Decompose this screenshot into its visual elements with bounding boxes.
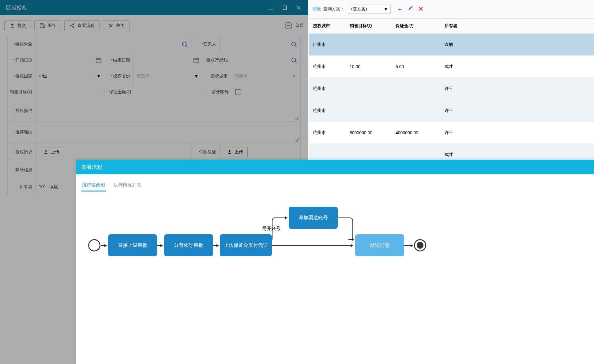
upload-voucher-button[interactable]: 上传 <box>223 147 248 157</box>
cell-owner: 袁朗 <box>441 42 594 47</box>
field-sales-target[interactable] <box>36 84 104 100</box>
save-button[interactable]: 保存 <box>34 20 61 31</box>
caret-down-icon: ▼ <box>194 74 198 79</box>
field-product-line[interactable] <box>231 52 300 68</box>
upload-agreement-button[interactable]: 上传 <box>39 147 64 157</box>
deposit-amount-input[interactable] <box>138 88 200 96</box>
label-payment-voucher: 付款凭证 <box>191 143 220 161</box>
query-plan-select[interactable]: (空方案) ▼ <box>348 5 391 14</box>
svg-point-4 <box>73 24 74 25</box>
end-date-input[interactable] <box>137 56 200 65</box>
svg-rect-1 <box>283 6 287 9</box>
submit-button[interactable]: 提交 <box>4 20 31 31</box>
desc-input[interactable] <box>39 106 297 115</box>
delete-icon[interactable]: ✕ <box>418 5 423 13</box>
calendar-icon[interactable] <box>95 57 102 64</box>
label-auth-target: *授权对象 <box>8 36 36 52</box>
field-need-account[interactable] <box>232 84 300 100</box>
workflow-canvas: 直接上级审批 分管领导审批 上传保证金支付凭证 需开账号 添加渠道账号 发送消息 <box>76 201 594 280</box>
caret-down-icon: ▼ <box>292 74 296 79</box>
modal-title: 区域授权 <box>6 4 268 11</box>
cell-city: 广州市 <box>309 42 346 47</box>
col-city: 授权城市 <box>309 23 346 29</box>
minimize-icon[interactable] <box>268 5 274 11</box>
workflow-tabs: 流程实例图 执行情况列表 <box>76 174 594 191</box>
node-upload-deposit[interactable]: 上传保证金支付凭证 <box>220 234 272 256</box>
table-row[interactable]: 杭州市 8000000.00 4000000.00 许三 <box>309 122 594 144</box>
field-city[interactable]: 请选择 ▼ <box>231 68 300 84</box>
path-icon <box>338 217 353 240</box>
cell-target: 10.00 <box>346 64 392 69</box>
upload-label: 上传 <box>51 149 59 155</box>
label-agreement: 授权协议 <box>8 143 36 161</box>
status-label: 普通 <box>295 23 304 28</box>
svg-rect-13 <box>96 58 101 63</box>
submit-label: 提交 <box>17 23 26 28</box>
plus-icon[interactable]: ＋ <box>397 5 403 13</box>
field-auth-target[interactable] <box>36 36 191 52</box>
auth-target-input[interactable] <box>39 40 188 49</box>
arrow-icon <box>272 245 353 246</box>
field-country[interactable]: 中国 ▼ <box>36 68 105 84</box>
save-label: 保存 <box>47 23 56 28</box>
field-desc[interactable] <box>36 100 300 121</box>
cell-owner: 许三 <box>441 130 594 136</box>
label-province: *授权省份 <box>105 68 133 84</box>
table-header: 授权城市 销售目标/万 保证金/万 所有者 <box>309 18 594 34</box>
caret-down-icon: ▼ <box>384 7 388 12</box>
modal-titlebar: 区域授权 <box>0 0 308 15</box>
need-account-checkbox[interactable] <box>235 89 241 95</box>
node-leader-approval[interactable]: 分管领导审批 <box>164 234 213 256</box>
owner-value: 101 - 袁朗 <box>39 184 58 190</box>
table-row[interactable]: 广州市 袁朗 <box>309 34 594 56</box>
maximize-icon[interactable] <box>282 5 288 11</box>
table-row[interactable]: 杭州市 许三 <box>309 100 594 122</box>
product-line-input[interactable] <box>234 56 297 65</box>
label-account-info: 账号信息 <box>8 161 36 179</box>
node-send-message[interactable]: 发送消息 <box>355 234 404 256</box>
resize-handle-icon[interactable] <box>294 115 299 120</box>
search-icon[interactable] <box>291 57 297 64</box>
search-icon[interactable] <box>181 41 188 48</box>
field-province[interactable]: 请选择 ▼ <box>133 68 203 84</box>
cell-city: 杭州市 <box>309 64 346 69</box>
save-icon <box>39 23 45 28</box>
table-row[interactable]: 杭州市 10.00 5.00 成才 <box>309 56 594 78</box>
search-icon[interactable] <box>291 41 297 48</box>
close-label: 关闭 <box>116 23 125 28</box>
field-recommend-reason[interactable] <box>36 121 300 143</box>
close-button[interactable]: 关闭 <box>103 20 130 31</box>
contact-input[interactable] <box>223 40 297 49</box>
field-contact[interactable] <box>220 36 300 52</box>
view-flow-button[interactable]: 查看流程 <box>64 20 100 31</box>
node-add-channel-account[interactable]: 添加渠道账号 <box>289 207 338 229</box>
field-start-date[interactable] <box>36 52 105 68</box>
svg-point-21 <box>292 58 296 62</box>
pencil-icon[interactable] <box>408 5 413 11</box>
advanced-link[interactable]: 高级 <box>312 6 321 12</box>
start-node-icon <box>88 239 100 251</box>
toolbar: 提交 保存 查看流程 关闭 普通 <box>0 15 308 36</box>
label-product-line: 授权产品线 <box>203 52 231 68</box>
cell-city: 杭州市 <box>309 86 346 91</box>
sales-target-input[interactable] <box>39 88 101 96</box>
field-deposit-amount[interactable] <box>135 84 204 100</box>
svg-point-6 <box>73 27 74 28</box>
tab-list[interactable]: 执行情况列表 <box>113 180 142 191</box>
field-end-date[interactable] <box>133 52 203 68</box>
start-date-input[interactable] <box>39 56 102 65</box>
label-country: *授权国家 <box>8 68 36 84</box>
close-icon[interactable] <box>296 5 302 11</box>
svg-line-10 <box>186 46 187 47</box>
upload-icon <box>227 150 232 154</box>
table-row[interactable]: 杭州市 许三 <box>309 78 594 100</box>
cell-owner: 成才 <box>441 64 594 69</box>
node-supervisor-approval[interactable]: 直接上级审批 <box>108 234 157 256</box>
resize-handle-icon[interactable] <box>294 136 299 141</box>
field-agreement: 上传 <box>36 143 191 161</box>
recommend-reason-input[interactable] <box>39 128 297 136</box>
svg-line-12 <box>295 46 296 47</box>
calendar-icon[interactable] <box>193 57 200 64</box>
tab-diagram[interactable]: 流程实例图 <box>81 180 106 191</box>
label-recommend-reason: 推荐理由 <box>8 121 36 143</box>
